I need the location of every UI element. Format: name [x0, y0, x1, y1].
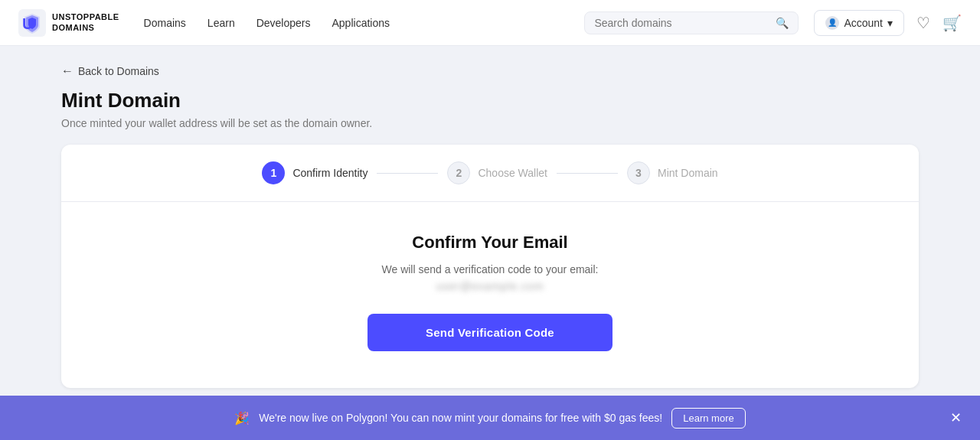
page-title: Mint Domain — [61, 89, 919, 112]
step-3-label: Mint Domain — [658, 167, 718, 179]
learn-more-button[interactable]: Learn more — [671, 408, 745, 429]
user-icon: 👤 — [825, 16, 839, 30]
main-nav: Domains Learn Developers Applications — [144, 17, 585, 29]
step-connector-1 — [377, 173, 438, 174]
back-link[interactable]: ← Back to Domains — [61, 64, 919, 78]
notification-banner: 🎉 We're now live on Polygon! You can now… — [0, 396, 980, 440]
step-3-circle: 3 — [627, 161, 650, 184]
banner-emoji: 🎉 — [234, 411, 250, 425]
step-2-circle: 2 — [447, 161, 470, 184]
confirm-email-section: Confirm Your Email We will send a verifi… — [61, 202, 919, 388]
wizard-card: 1 Confirm Identity 2 Choose Wallet 3 Min… — [61, 145, 919, 388]
header-right: 👤 Account ▾ ♡ 🛒 — [814, 10, 962, 36]
nav-learn[interactable]: Learn — [207, 17, 235, 29]
favorites-button[interactable]: ♡ — [916, 14, 930, 32]
account-label: Account — [844, 17, 883, 29]
main-content: ← Back to Domains Mint Domain Once minte… — [0, 46, 980, 406]
step-2: 2 Choose Wallet — [447, 161, 547, 184]
chevron-down-icon: ▾ — [887, 17, 893, 29]
nav-domains[interactable]: Domains — [144, 17, 186, 29]
email-display: user@example.com — [436, 280, 544, 292]
logo-text-line2: DOMAINS — [52, 23, 119, 33]
banner-close-button[interactable]: ✕ — [950, 411, 962, 425]
cart-button[interactable]: 🛒 — [942, 14, 962, 32]
confirm-email-title: Confirm Your Email — [412, 233, 567, 253]
logo-icon: U — [18, 9, 46, 37]
nav-applications[interactable]: Applications — [332, 17, 390, 29]
step-3: 3 Mint Domain — [627, 161, 718, 184]
step-connector-2 — [557, 173, 618, 174]
step-1: 1 Confirm Identity — [262, 161, 368, 184]
search-icon: 🔍 — [776, 17, 789, 29]
logo[interactable]: U UNSTOPPABLE DOMAINS — [18, 9, 119, 37]
nav-developers[interactable]: Developers — [256, 17, 311, 29]
svg-text:U: U — [22, 15, 33, 32]
logo-text-line1: UNSTOPPABLE — [52, 12, 119, 22]
search-bar: 🔍 — [584, 11, 799, 34]
step-2-label: Choose Wallet — [478, 167, 547, 179]
confirm-email-description: We will send a verification code to your… — [382, 263, 599, 275]
account-button[interactable]: 👤 Account ▾ — [814, 10, 904, 36]
step-1-circle: 1 — [262, 161, 285, 184]
page-subtitle: Once minted your wallet address will be … — [61, 117, 919, 129]
header: U UNSTOPPABLE DOMAINS Domains Learn Deve… — [0, 0, 980, 46]
back-arrow-icon: ← — [61, 64, 74, 78]
send-verification-button[interactable]: Send Verification Code — [368, 314, 612, 351]
banner-text: We're now live on Polygon! You can now m… — [259, 412, 662, 424]
back-link-label: Back to Domains — [78, 65, 159, 77]
step-1-label: Confirm Identity — [292, 167, 368, 179]
stepper: 1 Confirm Identity 2 Choose Wallet 3 Min… — [61, 145, 919, 202]
search-input[interactable] — [594, 17, 769, 29]
